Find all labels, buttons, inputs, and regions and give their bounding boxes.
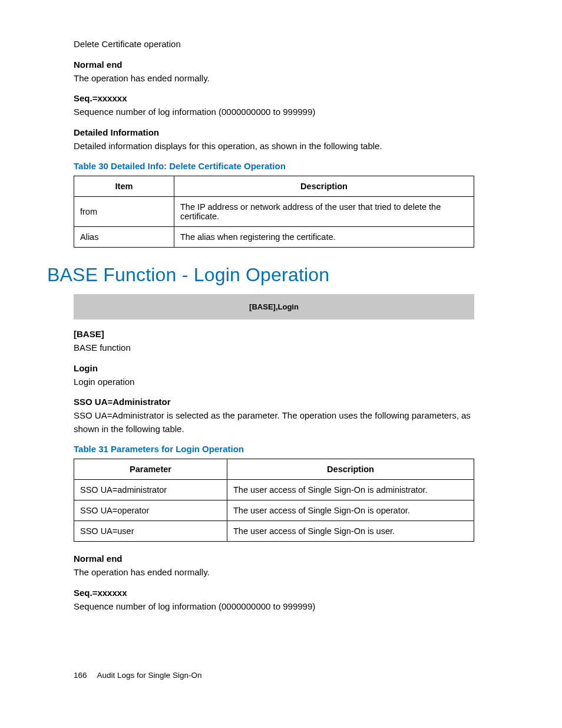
table-cell: SSO UA=operator [74, 500, 227, 521]
base-text: BASE function [74, 341, 488, 355]
table-row: SSO UA=operator The user access of Singl… [74, 500, 474, 521]
table-header-parameter: Parameter [74, 459, 227, 480]
table-cell: Alias [74, 227, 174, 248]
table-cell: SSO UA=administrator [74, 480, 227, 500]
table-cell: The user access of Single Sign-On is adm… [227, 480, 474, 500]
base-login-banner: [BASE],Login [74, 294, 474, 319]
table-header-description: Description [174, 176, 474, 197]
sso-ua-label: SSO UA=Administrator [74, 397, 488, 407]
table-30: Item Description from The IP address or … [74, 176, 474, 248]
table-row: Parameter Description [74, 459, 474, 480]
table-row: Alias The alias when registering the cer… [74, 227, 474, 248]
page-number: 166 [74, 671, 87, 680]
delete-cert-operation: Delete Certificate operation [74, 38, 488, 51]
page-footer: 166 Audit Logs for Single Sign-On [74, 671, 201, 680]
sso-ua-text: SSO UA=Administrator is selected as the … [74, 409, 488, 436]
detailed-info-label: Detailed Information [74, 127, 488, 137]
seq-text: Sequence number of log information (0000… [74, 600, 488, 614]
table-31: Parameter Description SSO UA=administrat… [74, 459, 474, 542]
seq-label: Seq.=xxxxxx [74, 93, 488, 103]
table-row: SSO UA=user The user access of Single Si… [74, 521, 474, 542]
normal-end-label: Normal end [74, 60, 488, 70]
table-header-description: Description [227, 459, 474, 480]
table-row: SSO UA=administrator The user access of … [74, 480, 474, 500]
seq-label: Seq.=xxxxxx [74, 588, 488, 598]
section-heading: BASE Function - Login Operation [47, 264, 488, 286]
detailed-info-text: Detailed information displays for this o… [74, 140, 488, 153]
table-cell: The user access of Single Sign-On is ope… [227, 500, 474, 521]
table-cell: from [74, 197, 174, 227]
table-cell: The alias when registering the certifica… [174, 227, 474, 248]
base-label: [BASE] [74, 329, 488, 339]
table-31-caption: Table 31 Parameters for Login Operation [74, 444, 488, 454]
normal-end-text: The operation has ended normally. [74, 72, 488, 85]
table-row: from The IP address or network address o… [74, 197, 474, 227]
table-cell: The user access of Single Sign-On is use… [227, 521, 474, 542]
seq-text: Sequence number of log information (0000… [74, 106, 488, 119]
table-row: Item Description [74, 176, 474, 197]
login-label: Login [74, 363, 488, 373]
table-30-caption: Table 30 Detailed Info: Delete Certifica… [74, 161, 488, 171]
table-cell: The IP address or network address of the… [174, 197, 474, 227]
table-header-item: Item [74, 176, 174, 197]
normal-end-text: The operation has ended normally. [74, 566, 488, 579]
table-cell: SSO UA=user [74, 521, 227, 542]
login-text: Login operation [74, 375, 488, 389]
footer-title: Audit Logs for Single Sign-On [97, 671, 202, 680]
normal-end-label: Normal end [74, 554, 488, 564]
